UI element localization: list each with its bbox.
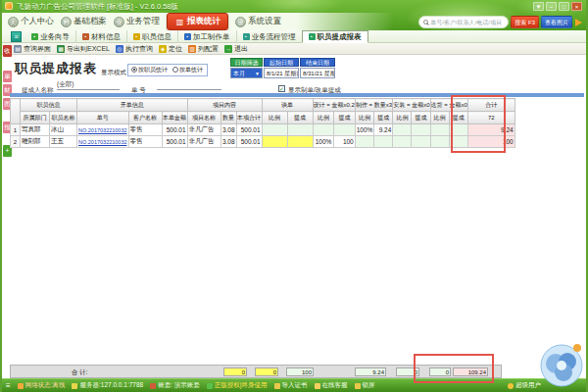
group-header: 制作 = 数量x3 xyxy=(355,99,393,112)
checkbox-show-commission[interactable]: ✓ xyxy=(278,85,285,92)
status-item-1: 服务器:127.0.0.1:7788 xyxy=(72,381,143,390)
grid-cell xyxy=(412,136,430,148)
grid-cell: 500.01 xyxy=(236,124,262,136)
tab-icon: ▪ xyxy=(133,33,140,40)
column-header: 比例 xyxy=(313,112,334,124)
tab-icon: ▪ xyxy=(243,33,250,40)
start-date-select[interactable]: 8/1/21 星期日▼ xyxy=(264,68,299,78)
tab-3[interactable]: ▪加工制作单 xyxy=(177,30,236,43)
page-title: 职员提成报表 xyxy=(15,60,97,77)
nav-label: 业务管理 xyxy=(126,16,160,27)
announcement-icon[interactable] xyxy=(575,19,582,26)
rail-shortcut-0[interactable]: 收 xyxy=(3,45,12,57)
nav-item-1[interactable]: 档基础档案 xyxy=(61,16,107,27)
grid-cell xyxy=(262,124,287,136)
grid-cell: 王五 xyxy=(50,136,77,148)
nav-item-4[interactable]: 设系统设置 xyxy=(235,16,281,27)
order-no-input[interactable] xyxy=(157,80,221,90)
group-header: 职员信息 xyxy=(21,99,77,112)
date-range-select[interactable]: 本月▼ xyxy=(230,68,263,78)
end-date-select[interactable]: 8/31/21 星期二▼ xyxy=(300,68,335,78)
column-header: 客户名称 xyxy=(128,112,162,124)
grid-cell: 9.24 xyxy=(374,124,393,136)
order-no-link[interactable]: NO.2017032210032 xyxy=(77,136,129,148)
date-type-header: 日期筛选 xyxy=(230,58,263,67)
user-icon xyxy=(508,383,514,389)
tab-0[interactable]: ▪业务向导 xyxy=(25,30,75,43)
toolbar-button-2[interactable]: ◎执行查询 xyxy=(116,44,153,54)
nav-icon: 档 xyxy=(61,17,72,27)
status-icon xyxy=(18,383,24,389)
grid-cell xyxy=(393,136,412,148)
column-header: 数量 xyxy=(220,112,236,124)
nav-item-0[interactable]: 人个人中心 xyxy=(8,16,54,27)
column-header: 提成 xyxy=(412,112,430,124)
table-row[interactable]: 2雕刻部王五NO.2017032210032零售500.01非凡广告3.0850… xyxy=(11,136,515,148)
commission-table: 职员信息开单信息项目内容谈单设计 = 金额x0.2制作 = 数量x3安装 = 金… xyxy=(10,98,515,148)
footer-total-cell: 9.24 xyxy=(355,368,386,376)
rail-shortcut-1[interactable]: 单 xyxy=(3,71,12,82)
grid-cell xyxy=(334,124,355,136)
brand-logo xyxy=(536,339,585,392)
toolbar-button-4[interactable]: ▥列配置 xyxy=(188,44,219,54)
toolbar-button-3[interactable]: ◈定位 xyxy=(159,44,182,54)
column-header: 所属部门 xyxy=(21,112,50,124)
toolbar-icon: ◈ xyxy=(159,45,167,53)
search-input[interactable] xyxy=(430,20,504,25)
minimize-button[interactable]: − xyxy=(546,2,557,11)
status-icon xyxy=(315,383,320,389)
row-number: 2 xyxy=(11,136,21,148)
status-bar: ≡ 网络状态:离线服务器:127.0.0.1:7788账套: 演示账套正版授权|… xyxy=(2,378,586,392)
menu-icon[interactable]: ≡ xyxy=(6,382,11,390)
grid-cell: 500.01 xyxy=(162,124,187,136)
tab-4[interactable]: ▪业务流程管理 xyxy=(236,30,302,43)
tab-1[interactable]: ▪材料信息 xyxy=(75,30,126,43)
collapse-icon[interactable]: ≡ xyxy=(11,31,22,42)
tab-2[interactable]: ▪职员信息 xyxy=(126,30,177,43)
annotation-rect-total-column xyxy=(451,95,506,153)
toolbar: ▤查询界面▦导出到EXCEL◎执行查询◈定位▥列配置→退出 xyxy=(2,43,586,55)
close-button[interactable]: × xyxy=(571,2,582,11)
nav-icon: 业 xyxy=(114,17,124,27)
status-item-5[interactable]: 在线客服 xyxy=(315,381,348,390)
column-header: 提成 xyxy=(334,112,355,124)
dropdown-icon[interactable]: ▼ xyxy=(533,2,544,11)
grid-cell xyxy=(287,124,313,136)
toolbar-button-5[interactable]: →退出 xyxy=(224,44,248,54)
tab-5[interactable]: ▪职员提成报表 xyxy=(302,30,368,43)
grid-cell: 3.08 xyxy=(220,124,236,136)
toolbar-icon: → xyxy=(224,45,232,53)
grid-cell: 500.01 xyxy=(236,136,262,148)
search-icon xyxy=(423,20,428,24)
mode-option-by-staff[interactable]: 按职员统计 xyxy=(131,66,168,74)
nav-item-2[interactable]: 业业务管理 xyxy=(114,16,160,27)
grid-cell xyxy=(287,136,313,148)
grid-cell xyxy=(355,136,374,148)
grid-cell: 500.01 xyxy=(162,136,187,148)
toolbar-button-1[interactable]: ▦导出到EXCEL xyxy=(57,44,110,54)
nav-item-3[interactable]: ▥报表统计 xyxy=(167,13,228,30)
tabs: ▪业务向导▪材料信息▪职员信息▪加工制作单▪业务流程管理▪职员提成报表 xyxy=(25,30,368,43)
mode-option-by-order[interactable]: 按单统计 xyxy=(172,66,203,74)
view-image-button[interactable]: 查看图片 xyxy=(541,16,572,28)
quick-search: 搜索 F3 查看图片 xyxy=(418,16,582,28)
top-banner: 飞扬动力广告公司管理软件 [标准版] - V2.6.0.58版 ▼ − □ × … xyxy=(2,0,586,30)
search-button[interactable]: 搜索 F3 xyxy=(511,16,539,28)
table-row[interactable]: 1写真部冰山NO.2017032210032零售500.01非凡广告3.0850… xyxy=(11,124,515,136)
col-rownum xyxy=(11,99,21,124)
nav-label: 个人中心 xyxy=(21,16,54,27)
column-header: 比例 xyxy=(393,112,412,124)
status-item-6[interactable]: 锁屏 xyxy=(355,381,375,390)
commission-name-input[interactable]: (全部) xyxy=(57,80,120,90)
grid-cell: 零售 xyxy=(128,136,162,148)
grid-cell: 雕刻部 xyxy=(21,136,50,148)
status-item-4[interactable]: 导入证书 xyxy=(274,381,308,390)
maximize-button[interactable]: □ xyxy=(559,2,569,11)
nav-label: 报表统计 xyxy=(187,16,220,27)
column-header: 单号 xyxy=(77,112,129,124)
tab-icon: ▪ xyxy=(31,33,38,40)
tab-icon: ▪ xyxy=(309,33,316,40)
toolbar-button-0[interactable]: ▤查询界面 xyxy=(14,44,51,54)
order-no-link[interactable]: NO.2017032210032 xyxy=(77,124,129,136)
nav-icon: 设 xyxy=(235,17,246,27)
